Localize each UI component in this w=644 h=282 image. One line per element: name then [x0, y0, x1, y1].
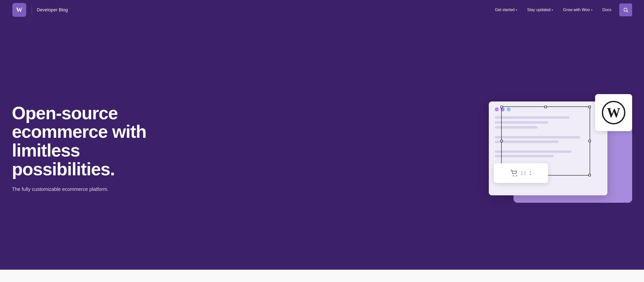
nav-label-grow-with-woo: Grow with Woo: [563, 8, 590, 12]
content-line-1: [495, 116, 569, 119]
svg-text:W: W: [16, 6, 22, 13]
content-line-4: [495, 136, 580, 139]
nav-item-grow-with-woo[interactable]: Grow with Woo ▾: [559, 5, 596, 14]
content-line-5: [495, 141, 559, 143]
svg-text:W: W: [607, 105, 620, 120]
chevron-down-icon: ▾: [516, 8, 517, 11]
svg-point-5: [516, 175, 517, 176]
card-extra-lines: [495, 136, 602, 157]
hero-text: Open-source ecommerce with limitless pos…: [12, 104, 155, 193]
hero-section: Open-source ecommerce with limitless pos…: [0, 20, 644, 282]
wordpress-logo-icon: W: [601, 100, 626, 125]
nav-item-docs[interactable]: Docs: [598, 5, 615, 14]
nav-item-get-started[interactable]: Get started ▾: [491, 5, 521, 14]
hero-subtext: The fully customizable ecommerce platfor…: [12, 185, 155, 193]
navbar: W Developer Blog Get started ▾ Stay upda…: [0, 0, 644, 20]
chevron-down-icon: ▾: [552, 8, 553, 11]
grid-dot: [521, 171, 522, 173]
arrow-up-icon: ▲: [529, 170, 532, 173]
dot-2: [501, 107, 504, 111]
nav-label-get-started: Get started: [495, 8, 514, 12]
hero-illustration: ▲ ▼ W: [489, 94, 632, 203]
illustration-cart-card: ▲ ▼: [494, 163, 548, 183]
search-button[interactable]: [619, 3, 632, 16]
content-line-6: [495, 150, 572, 153]
grid-dot: [521, 174, 522, 175]
cart-arrows: ▲ ▼: [529, 170, 532, 176]
nav-item-stay-updated[interactable]: Stay updated ▾: [523, 5, 557, 14]
content-line-2: [495, 121, 548, 124]
grid-dots: [521, 171, 526, 175]
arrow-down-icon: ▼: [529, 173, 532, 176]
logo-divider: [32, 5, 32, 14]
svg-point-4: [513, 175, 514, 176]
illustration-wp-card: W: [595, 94, 632, 131]
dot-3: [506, 107, 510, 111]
chevron-down-icon: ▾: [591, 8, 592, 11]
hero-headline: Open-source ecommerce with limitless pos…: [12, 104, 155, 179]
grid-dot: [524, 171, 526, 173]
nav-label-docs: Docs: [602, 8, 612, 12]
navbar-left: W Developer Blog: [12, 2, 68, 17]
svg-point-2: [624, 8, 627, 11]
content-line-3: [495, 126, 538, 129]
card-dots: [495, 107, 602, 111]
bottom-bar: [0, 270, 644, 282]
card-content-lines: [495, 116, 602, 129]
navbar-right: Get started ▾ Stay updated ▾ Grow with W…: [491, 3, 632, 16]
dot-1: [495, 107, 499, 111]
site-title: Developer Blog: [37, 7, 68, 12]
content-line-7: [495, 155, 554, 157]
svg-line-3: [627, 11, 628, 12]
nav-label-stay-updated: Stay updated: [527, 8, 550, 12]
cart-icon: [510, 169, 518, 177]
woo-logo[interactable]: W: [12, 2, 27, 17]
grid-dot: [524, 174, 526, 175]
search-icon: [623, 7, 628, 12]
